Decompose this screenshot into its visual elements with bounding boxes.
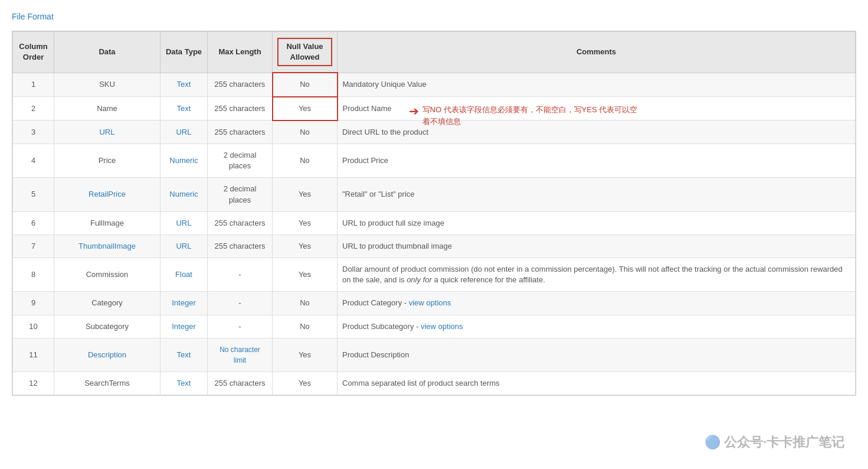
cell-data-type: URL bbox=[161, 120, 208, 144]
cell-data[interactable]: Description bbox=[54, 338, 161, 372]
cell-comments: Product Category - view options bbox=[338, 292, 856, 315]
cell-max-length: 255 characters bbox=[208, 97, 273, 120]
cell-comments: "Retail" or "List" price bbox=[338, 178, 856, 211]
cell-order: 9 bbox=[13, 292, 54, 315]
cell-max-length: 2 decimal places bbox=[208, 178, 273, 211]
table-row: 5RetailPriceNumeric2 decimal placesYes"R… bbox=[13, 178, 856, 211]
cell-data[interactable]: RetailPrice bbox=[54, 178, 161, 211]
table-row: 12SearchTermsText255 charactersYesComma … bbox=[13, 372, 856, 395]
cell-comments: Dollar amount of product commission (do … bbox=[338, 258, 856, 292]
null-value-header-box: Null Value Allowed bbox=[277, 38, 332, 66]
cell-order: 5 bbox=[13, 178, 54, 211]
cell-comments: Product Price bbox=[338, 144, 856, 177]
cell-max-length: 255 characters bbox=[208, 234, 273, 258]
cell-null-value: No bbox=[273, 144, 338, 177]
table-wrapper: Column Order Data Data Type Max Length N… bbox=[12, 31, 856, 396]
cell-order: 6 bbox=[13, 211, 54, 234]
cell-max-length: 255 characters bbox=[208, 372, 273, 395]
cell-null-value: No bbox=[273, 73, 338, 96]
null-value-header-text: Null Value Allowed bbox=[286, 42, 323, 61]
cell-comments: Comma separated list of product search t… bbox=[338, 372, 856, 395]
cell-comments: URL to product thumbnail image bbox=[338, 234, 856, 258]
cell-null-value: Yes bbox=[273, 338, 338, 372]
table-row: 11DescriptionTextNo character limitYesPr… bbox=[13, 338, 856, 372]
cell-comments: Mandatory Unique Value bbox=[338, 73, 856, 96]
cell-max-length: 255 characters bbox=[208, 211, 273, 234]
cell-data: Price bbox=[54, 144, 161, 177]
cell-null-value: Yes bbox=[273, 97, 338, 120]
cell-max-length: - bbox=[208, 292, 273, 315]
cell-data-type: Numeric bbox=[161, 178, 208, 211]
cell-max-length: - bbox=[208, 315, 273, 338]
cell-order: 8 bbox=[13, 258, 54, 292]
cell-data[interactable]: URL bbox=[54, 120, 161, 144]
cell-max-length: 255 characters bbox=[208, 73, 273, 96]
cell-data-type: Text bbox=[161, 97, 208, 120]
cell-data: SearchTerms bbox=[54, 372, 161, 395]
file-format-table: Column Order Data Data Type Max Length N… bbox=[12, 31, 856, 395]
cell-null-value: No bbox=[273, 292, 338, 315]
cell-data: Name bbox=[54, 97, 161, 120]
cell-data: ThumbnailImage bbox=[54, 234, 161, 258]
cell-data-type: Float bbox=[161, 258, 208, 292]
cell-null-value: Yes bbox=[273, 211, 338, 234]
cell-data-type: Integer bbox=[161, 315, 208, 338]
table-header-row: Column Order Data Data Type Max Length N… bbox=[13, 32, 856, 73]
header-data: Data bbox=[54, 32, 161, 73]
cell-order: 1 bbox=[13, 73, 54, 96]
cell-data-type: Text bbox=[161, 338, 208, 372]
cell-order: 4 bbox=[13, 144, 54, 177]
cell-null-value: No bbox=[273, 315, 338, 338]
view-options-link[interactable]: view options bbox=[421, 322, 463, 331]
cell-max-length: 2 decimal places bbox=[208, 144, 273, 177]
header-data-type: Data Type bbox=[161, 32, 208, 73]
cell-max-length: 255 characters bbox=[208, 120, 273, 144]
cell-order: 11 bbox=[13, 338, 54, 372]
cell-order: 12 bbox=[13, 372, 54, 395]
cell-data-type: URL bbox=[161, 211, 208, 234]
cell-data-type: URL bbox=[161, 234, 208, 258]
table-row: 7ThumbnailImageURL255 charactersYesURL t… bbox=[13, 234, 856, 258]
cell-order: 2 bbox=[13, 97, 54, 120]
cell-max-length: No character limit bbox=[208, 338, 273, 372]
header-column-order: Column Order bbox=[13, 32, 54, 73]
table-row: 1SKUText255 charactersNoMandatory Unique… bbox=[13, 73, 856, 96]
cell-comments: Product Name➔写NO 代表该字段信息必须要有，不能空白，写YES 代… bbox=[338, 97, 856, 120]
cell-order: 7 bbox=[13, 234, 54, 258]
table-row: 10SubcategoryInteger-NoProduct Subcatego… bbox=[13, 315, 856, 338]
header-comments: Comments bbox=[338, 32, 856, 73]
view-options-link[interactable]: view options bbox=[409, 298, 451, 307]
cell-data-type: Text bbox=[161, 372, 208, 395]
cell-null-value: Yes bbox=[273, 372, 338, 395]
table-row: 9CategoryInteger-NoProduct Category - vi… bbox=[13, 292, 856, 315]
cell-order: 3 bbox=[13, 120, 54, 144]
cell-comments: Direct URL to the product bbox=[338, 120, 856, 144]
cell-comments: Product Subcategory - view options bbox=[338, 315, 856, 338]
header-null-value: Null Value Allowed bbox=[273, 32, 338, 73]
cell-null-value: Yes bbox=[273, 178, 338, 211]
cell-data: Commission bbox=[54, 258, 161, 292]
cell-comments: URL to product full size image bbox=[338, 211, 856, 234]
cell-null-value: Yes bbox=[273, 258, 338, 292]
header-max-length: Max Length bbox=[208, 32, 273, 73]
cell-null-value: No bbox=[273, 120, 338, 144]
cell-data: Subcategory bbox=[54, 315, 161, 338]
cell-data: FullImage bbox=[54, 211, 161, 234]
cell-max-length: - bbox=[208, 258, 273, 292]
comment-text: Product Name bbox=[343, 104, 392, 113]
cell-data-type: Integer bbox=[161, 292, 208, 315]
table-row: 4PriceNumeric2 decimal placesNoProduct P… bbox=[13, 144, 856, 177]
table-row: 3URLURL255 charactersNoDirect URL to the… bbox=[13, 120, 856, 144]
cell-order: 10 bbox=[13, 315, 54, 338]
cell-null-value: Yes bbox=[273, 234, 338, 258]
cell-data-type: Numeric bbox=[161, 144, 208, 177]
table-row: 2NameText255 charactersYesProduct Name➔写… bbox=[13, 97, 856, 120]
cell-data-type: Text bbox=[161, 73, 208, 96]
cell-comments: Product Description bbox=[338, 338, 856, 372]
table-row: 8CommissionFloat-YesDollar amount of pro… bbox=[13, 258, 856, 292]
cell-data: Category bbox=[54, 292, 161, 315]
page-title: File Format bbox=[12, 12, 856, 21]
cell-data: SKU bbox=[54, 73, 161, 96]
table-row: 6FullImageURL255 charactersYesURL to pro… bbox=[13, 211, 856, 234]
arrow-icon: ➔ bbox=[409, 104, 419, 118]
